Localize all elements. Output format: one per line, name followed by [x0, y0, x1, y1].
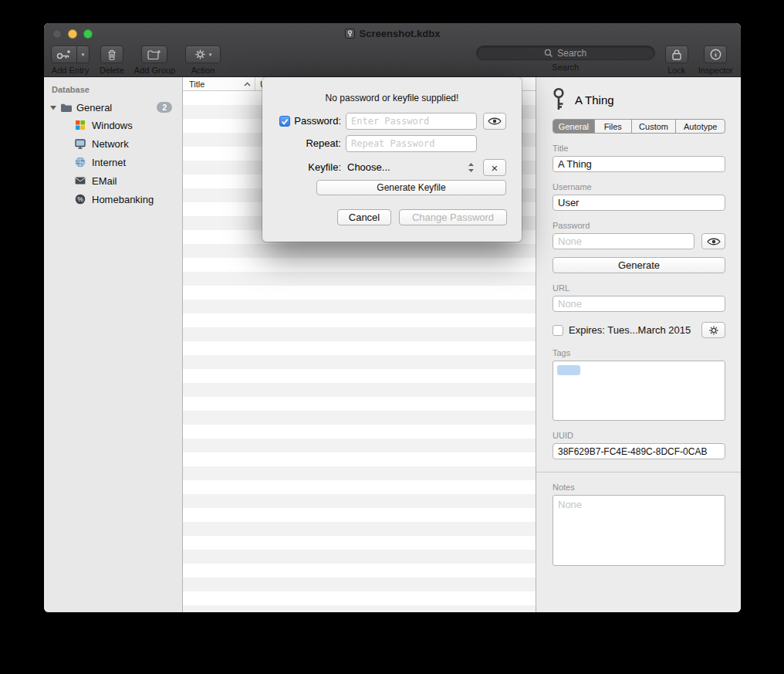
toolbar-item-action: ▾ Action — [185, 46, 221, 75]
uuid-field[interactable] — [553, 443, 725, 459]
username-label: Username — [553, 182, 725, 191]
tab-files[interactable]: Files — [594, 120, 631, 133]
sidebar-group-general[interactable]: General 2 — [44, 99, 182, 116]
chevron-down-icon: ▾ — [209, 52, 212, 58]
clear-keyfile-button[interactable]: × — [483, 159, 506, 176]
title-field[interactable] — [553, 156, 725, 172]
email-icon — [75, 177, 86, 185]
sidebar-section-header: Database — [44, 82, 182, 99]
internet-icon — [75, 157, 86, 168]
tab-custom[interactable]: Custom — [631, 120, 676, 133]
key-icon — [553, 87, 565, 112]
change-password-button[interactable]: Change Password — [399, 209, 507, 225]
tags-field[interactable] — [553, 361, 725, 421]
eye-icon — [488, 117, 502, 126]
toolbar-item-delete: Delete — [100, 46, 124, 75]
notes-field[interactable] — [553, 495, 725, 566]
lock-icon — [672, 49, 681, 60]
add-entry-dropdown-arrow[interactable]: ▾ — [77, 46, 89, 63]
add-group-icon — [147, 49, 161, 60]
sidebar-item-windows[interactable]: Windows — [44, 116, 182, 134]
search-icon — [544, 49, 553, 58]
username-field[interactable] — [553, 195, 725, 211]
sidebar-item-label: Homebanking — [92, 194, 154, 205]
toolbar-item-inspector: Inspector — [698, 46, 733, 75]
dialog-message: No password or keyfile supplied! — [262, 93, 522, 103]
inspector-panel: A Thing General Files Custom Autotype Ti… — [536, 77, 741, 612]
notes-label: Notes — [553, 483, 725, 492]
add-entry-label: Add Entry — [52, 66, 89, 75]
svg-text:%: % — [77, 195, 83, 203]
delete-label: Delete — [100, 66, 124, 75]
trash-icon — [107, 49, 117, 60]
add-entry-button[interactable]: ▾ — [51, 46, 90, 63]
sort-asc-icon — [244, 82, 251, 86]
cancel-button[interactable]: Cancel — [337, 209, 391, 225]
password-row — [553, 233, 725, 249]
titlebar[interactable]: Screenshot.kdbx — [44, 23, 741, 44]
toolbar-item-add-entry: ▾ Add Entry — [51, 46, 90, 75]
inspector-tabs: General Files Custom Autotype — [553, 119, 725, 134]
reveal-password-button[interactable] — [701, 233, 725, 249]
sidebar-item-label: Windows — [92, 120, 133, 131]
sidebar-item-internet[interactable]: Internet — [44, 153, 182, 171]
window-title-area: Screenshot.kdbx — [44, 23, 741, 44]
dialog-repeat-input[interactable] — [346, 135, 477, 152]
gear-icon — [708, 325, 719, 336]
sidebar-item-email[interactable]: EMail — [44, 171, 182, 190]
dialog-password-input[interactable] — [346, 113, 477, 130]
password-label: Password — [553, 221, 725, 230]
eye-icon — [707, 237, 721, 246]
keyfile-popup-button[interactable]: Choose... — [347, 159, 390, 176]
add-entry-icon[interactable] — [52, 46, 77, 63]
sidebar-item-label: Internet — [92, 157, 126, 168]
generate-button[interactable]: Generate — [553, 257, 725, 273]
change-password-dialog: No password or keyfile supplied! Passwor… — [262, 77, 522, 242]
uuid-label: UUID — [553, 431, 725, 440]
column-header-title[interactable]: Title — [183, 77, 255, 90]
sidebar-item-homebanking[interactable]: % Homebanking — [44, 190, 182, 208]
windows-icon — [75, 120, 86, 130]
lock-button[interactable] — [665, 46, 688, 63]
tags-label: Tags — [553, 348, 725, 357]
toolbar-item-lock: Lock — [665, 46, 688, 75]
entry-title: A Thing — [575, 93, 614, 107]
url-label: URL — [553, 283, 725, 293]
app-document-icon — [345, 29, 355, 39]
homebanking-icon: % — [75, 194, 86, 205]
stepper-icon[interactable] — [468, 162, 475, 173]
inspector-header: A Thing — [553, 86, 725, 113]
dialog-reveal-password-button[interactable] — [483, 113, 506, 130]
sidebar-group-label: General — [76, 102, 112, 113]
expires-checkbox[interactable] — [553, 325, 563, 336]
tab-general[interactable]: General — [553, 120, 594, 133]
expires-settings-button[interactable] — [701, 322, 725, 338]
dialog-keyfile-label: Keyfile: — [276, 159, 341, 176]
delete-button[interactable] — [100, 46, 123, 63]
search-placeholder: Search — [557, 48, 586, 59]
generate-keyfile-button[interactable]: Generate Keyfile — [316, 180, 506, 195]
sidebar-item-label: Network — [92, 138, 129, 150]
expires-row: Expires: Tues...March 2015 — [553, 322, 725, 338]
search-input[interactable]: Search — [476, 46, 655, 60]
network-icon — [75, 139, 86, 149]
inspector-icon — [710, 49, 721, 60]
title-label: Title — [553, 144, 725, 153]
inspector-divider — [536, 472, 741, 472]
add-group-button[interactable] — [141, 46, 167, 63]
action-button[interactable]: ▾ — [185, 46, 221, 63]
action-label: Action — [191, 66, 215, 75]
dialog-repeat-row: Repeat: — [262, 135, 522, 152]
tab-autotype[interactable]: Autotype — [675, 120, 725, 133]
toolbar-item-add-group: Add Group — [134, 46, 175, 75]
dialog-repeat-label: Repeat: — [276, 135, 341, 152]
sidebar-item-network[interactable]: Network — [44, 134, 182, 153]
password-field[interactable] — [553, 233, 694, 249]
tag-pill[interactable] — [557, 365, 580, 375]
url-field[interactable] — [553, 296, 725, 312]
lock-label: Lock — [667, 66, 685, 75]
add-group-label: Add Group — [134, 66, 175, 75]
disclosure-triangle-icon[interactable] — [50, 105, 56, 110]
inspector-button[interactable] — [704, 46, 727, 63]
folder-icon — [60, 103, 73, 113]
